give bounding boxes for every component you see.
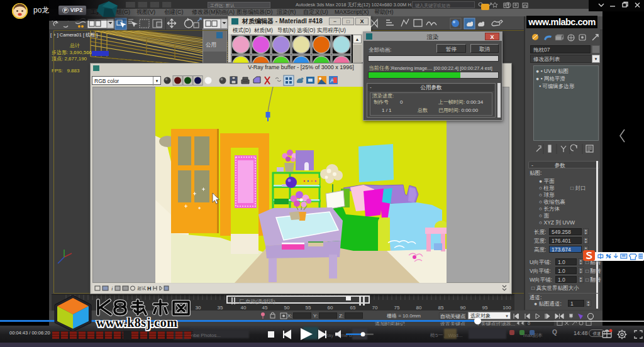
svg-text:70: 70	[372, 305, 378, 311]
svg-text:i: i	[111, 285, 113, 292]
svg-text:75: 75	[394, 305, 400, 311]
svg-text:80: 80	[416, 305, 422, 311]
svg-text:H: H	[147, 285, 152, 292]
svg-text:40: 40	[241, 305, 247, 311]
svg-text:100: 100	[502, 305, 511, 311]
svg-text:65: 65	[350, 305, 356, 311]
svg-text:超试: 超试	[137, 286, 146, 291]
svg-text:55: 55	[306, 305, 311, 311]
svg-text:90: 90	[460, 305, 466, 311]
svg-text:35: 35	[218, 305, 223, 311]
svg-text:60: 60	[328, 305, 333, 311]
svg-text:85: 85	[438, 305, 444, 311]
svg-text:45: 45	[262, 305, 268, 311]
svg-text:95: 95	[482, 305, 488, 311]
svg-text:50: 50	[284, 305, 290, 311]
